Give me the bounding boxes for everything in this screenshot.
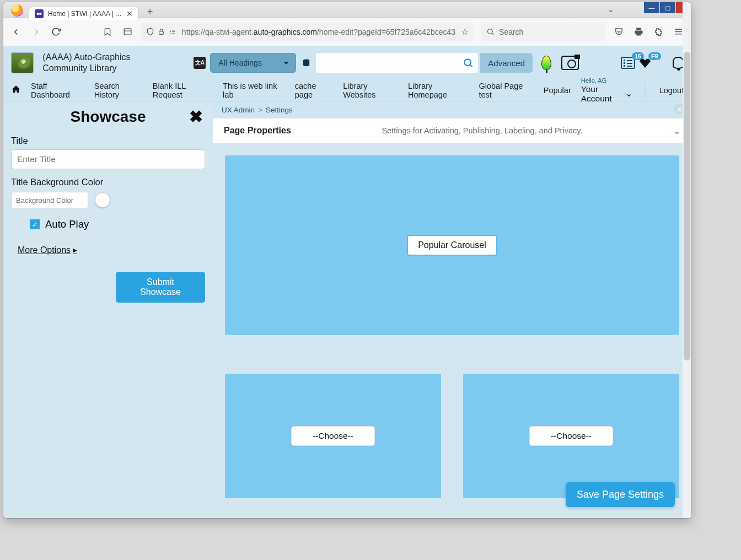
catalog-search-input[interactable] <box>316 53 478 73</box>
nav-blank-ill[interactable]: Blank ILL Request <box>153 82 213 99</box>
database-icon[interactable] <box>300 57 312 68</box>
crumb-sep: > <box>258 106 262 114</box>
nav-popular[interactable]: Popular <box>544 86 571 95</box>
chevron-down-icon: ⌄ <box>625 89 632 98</box>
layout-slot-hero[interactable]: Popular Carousel <box>225 155 679 335</box>
svg-point-6 <box>465 59 471 66</box>
pocket-icon[interactable] <box>611 24 626 40</box>
firefox-icon <box>11 4 23 17</box>
site-logo[interactable] <box>11 52 34 73</box>
print-icon[interactable] <box>631 24 646 40</box>
search-scope-select[interactable]: All Headings <box>210 53 296 73</box>
tab-close-icon[interactable]: ✕ <box>126 9 133 18</box>
showcase-sidebar: Showcase ✖ Title Title Background Color … <box>3 101 213 518</box>
layout-canvas: Popular Carousel --Choose-- --Choose-- <box>213 143 691 510</box>
submit-showcase-button[interactable]: Submit Showcase <box>116 272 205 303</box>
favorites-badge: F9 <box>648 52 661 60</box>
more-options-link[interactable]: More Options ▸ <box>18 245 77 255</box>
divider <box>646 82 646 99</box>
site-security-icons[interactable] <box>146 28 176 36</box>
chevron-down-icon: ⌄ <box>673 126 680 136</box>
library-icon[interactable] <box>121 24 135 40</box>
search-icon <box>486 28 495 36</box>
window-maximize-button[interactable]: ▢ <box>660 2 675 13</box>
sidebar-close-button[interactable]: ✖ <box>189 107 203 126</box>
content-area: Showcase ✖ Title Title Background Color … <box>3 101 691 518</box>
advanced-search-button[interactable]: Advanced <box>480 53 533 73</box>
bookmark-star-icon[interactable]: ☆ <box>461 26 469 37</box>
browser-window: Home | STWI | AAAA | Auto-Gr ✕ ＋ ⌄ — ▢ ✕ <box>3 2 691 518</box>
sidebar-heading: Showcase <box>11 108 205 126</box>
browser-tab[interactable]: Home | STWI | AAAA | Auto-Gr ✕ <box>29 7 139 20</box>
svg-point-1 <box>39 12 42 15</box>
browser-search-box[interactable]: Search <box>481 23 605 41</box>
nav-weblink-lab[interactable]: This is web link lab <box>223 82 285 99</box>
browser-search-placeholder: Search <box>499 28 523 36</box>
new-tab-button[interactable]: ＋ <box>142 4 158 18</box>
logout-link[interactable]: Logout <box>659 86 684 95</box>
nav-back-button[interactable] <box>9 24 23 40</box>
bg-color-input[interactable] <box>11 192 88 208</box>
url-text: https://qa-stwi-agent.auto-graphics.com/… <box>182 28 455 36</box>
autoplay-checkbox[interactable]: ✓ <box>30 219 40 229</box>
tab-title: Home | STWI | AAAA | Auto-Gr <box>48 10 122 18</box>
nav-library-homepage[interactable]: Library Homepage <box>408 82 469 99</box>
account-label: Your Account <box>581 84 623 103</box>
tab-strip: Home | STWI | AAAA | Auto-Gr ✕ ＋ <box>3 2 158 18</box>
crumb-settings: Settings <box>266 106 293 114</box>
address-bar-area: https://qa-stwi-agent.auto-graphics.com/… <box>141 23 605 41</box>
vertical-scrollbar[interactable] <box>683 2 691 518</box>
svg-point-4 <box>488 29 493 34</box>
window-minimize-button[interactable]: — <box>644 2 659 13</box>
page-properties-title: Page Properties <box>224 126 291 136</box>
color-swatch[interactable] <box>95 192 110 208</box>
autoplay-label: Auto Play <box>45 218 89 230</box>
browser-toolbar: https://qa-stwi-agent.auto-graphics.com/… <box>3 18 691 46</box>
chevron-right-icon: ▸ <box>73 245 77 255</box>
site-header: (AAAA) Auto-Graphics Community Library 文… <box>3 46 691 79</box>
crumb-ux-admin[interactable]: UX Admin <box>222 106 255 114</box>
search-icon <box>463 57 474 68</box>
nav-library-websites[interactable]: Library Websites <box>343 82 398 99</box>
notifications-icon[interactable] <box>673 57 684 69</box>
slot-left-select[interactable]: --Choose-- <box>291 426 375 446</box>
page-properties-desc: Settings for Activating, Publishing, Lab… <box>291 126 673 135</box>
shield-icon <box>146 28 154 36</box>
camera-icon[interactable] <box>561 56 579 70</box>
breadcrumb: UX Admin > Settings <box>213 101 691 118</box>
nav-search-history[interactable]: Search History <box>94 82 143 99</box>
title-label: Title <box>11 136 205 146</box>
layout-slot-right[interactable]: --Choose-- <box>463 374 679 498</box>
heart-icon[interactable] <box>640 58 651 68</box>
permissions-icon <box>168 28 176 35</box>
site-title: (AAAA) Auto-Graphics Community Library <box>42 52 177 74</box>
tabs-dropdown-icon[interactable]: ⌄ <box>608 5 614 14</box>
nav-cache-page[interactable]: cache page <box>295 82 333 99</box>
extensions-icon[interactable] <box>651 24 666 40</box>
nav-forward-button <box>29 24 43 40</box>
page-properties-row[interactable]: Page Properties Settings for Activating,… <box>213 118 691 143</box>
search-scope-label: All Headings <box>218 58 262 67</box>
scrollbar-thumb[interactable] <box>684 52 690 360</box>
nav-global-page-test[interactable]: Global Page test <box>479 82 533 99</box>
bookmark-this-icon[interactable] <box>100 24 115 40</box>
home-icon[interactable] <box>11 84 21 96</box>
account-menu[interactable]: Hello, AG Your Account⌄ <box>581 77 632 103</box>
site-nav: Staff Dashboard Search History Blank ILL… <box>3 79 691 101</box>
main-panel: UX Admin > Settings ✕ Page Properties Se… <box>213 101 691 518</box>
layout-slot-left[interactable]: --Choose-- <box>225 374 441 498</box>
nav-staff-dashboard[interactable]: Staff Dashboard <box>31 82 84 99</box>
bg-color-label: Title Background Color <box>11 177 205 187</box>
lock-icon <box>158 28 165 35</box>
url-bar[interactable]: https://qa-stwi-agent.auto-graphics.com/… <box>141 23 474 41</box>
nav-reload-button[interactable] <box>49 24 63 40</box>
title-input[interactable] <box>11 149 205 169</box>
slot-right-select[interactable]: --Choose-- <box>529 426 613 446</box>
balloon-icon[interactable] <box>541 56 551 70</box>
svg-point-0 <box>37 12 40 15</box>
slot-hero-label[interactable]: Popular Carousel <box>407 235 497 256</box>
translate-icon[interactable]: 文A <box>194 57 206 69</box>
titlebar: Home | STWI | AAAA | Auto-Gr ✕ ＋ ⌄ — ▢ ✕ <box>3 2 691 18</box>
svg-rect-3 <box>159 31 164 34</box>
save-page-settings-button[interactable]: Save Page Settings <box>566 482 675 507</box>
